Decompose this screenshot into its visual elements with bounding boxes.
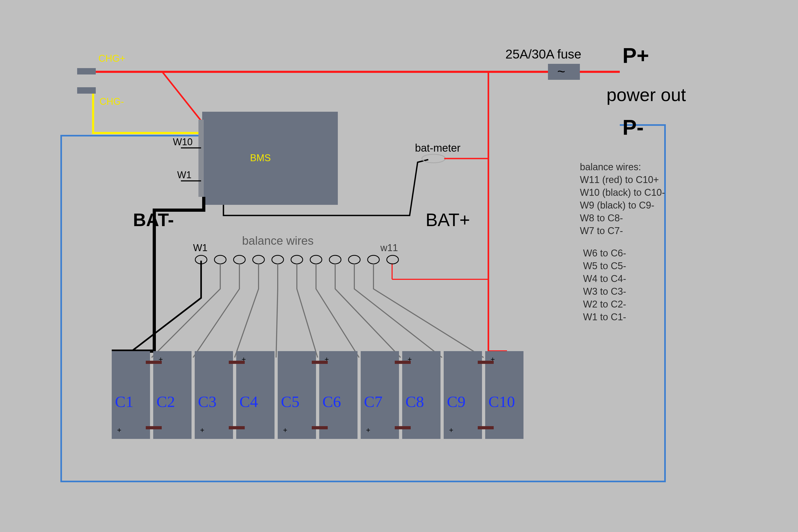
- cell-tab-top: [229, 361, 245, 364]
- label-w10: W10: [173, 136, 193, 147]
- bms-header: [198, 120, 204, 197]
- label-p-pos: P+: [623, 44, 649, 67]
- cell-plus-bot: +: [117, 426, 121, 434]
- legend-line: W3 to C3-: [583, 286, 626, 297]
- legend-line: W4 to C4-: [583, 273, 626, 284]
- cell-label: C7: [364, 393, 382, 411]
- label-bms: BMS: [250, 152, 271, 163]
- cell-tab-top: [395, 361, 411, 364]
- legend-line: W11 (red) to C10+: [580, 174, 659, 185]
- cell-label: C10: [488, 393, 515, 411]
- cell-plus-bot: +: [366, 426, 370, 434]
- cell-plus-bot: +: [449, 426, 453, 434]
- cell-tab-top: [478, 361, 494, 364]
- legend-line: W10 (black) to C10-: [580, 187, 665, 198]
- cell-tab-bot: [229, 426, 245, 429]
- cell-tab-top: [312, 361, 328, 364]
- chg-neg-port: [77, 87, 96, 94]
- legend-line: W6 to C6-: [583, 248, 626, 259]
- cell-tab-bot: [312, 426, 328, 429]
- label-w1b: W1: [193, 242, 208, 253]
- cell-label: C4: [240, 393, 258, 411]
- legend-line: W1 to C1-: [583, 311, 626, 322]
- cell-plus-bot: +: [283, 426, 287, 434]
- label-bat-neg: BAT-: [133, 210, 174, 230]
- label-fuse: 25A/30A fuse: [506, 47, 582, 61]
- legend-title: balance wires:: [580, 162, 641, 172]
- cell-plus-bot: +: [200, 426, 204, 434]
- cell-tab-bot: [146, 426, 162, 429]
- cell-tab-top: [146, 361, 162, 364]
- label-w1: W1: [177, 169, 191, 180]
- cell-label: C1: [115, 393, 134, 411]
- legend-line: W5 to C5-: [583, 261, 626, 271]
- cell-tab-bot: [395, 426, 411, 429]
- label-w11: w11: [380, 242, 398, 253]
- cell-label: C5: [281, 393, 300, 411]
- cell-label: C9: [447, 393, 466, 411]
- label-balance-wires: balance wires: [242, 234, 314, 247]
- legend-line: W9 (black) to C9-: [580, 200, 654, 211]
- cell-label: C2: [156, 393, 175, 411]
- label-chg-pos: CHG+: [98, 53, 125, 64]
- label-bat-meter: bat-meter: [415, 142, 460, 154]
- label-chg-neg: CHG-: [99, 96, 124, 107]
- label-bat-pos: BAT+: [425, 210, 470, 230]
- legend-line: W7 to C7-: [580, 225, 623, 236]
- legend-line: W2 to C2-: [583, 299, 626, 310]
- cell-tab-bot: [478, 426, 494, 429]
- label-p-neg: P-: [623, 115, 644, 139]
- fuse-tilde: ~: [557, 63, 565, 79]
- chg-pos-port: [77, 68, 96, 75]
- label-power-out: power out: [607, 84, 686, 105]
- legend-line: W8 to C8-: [580, 212, 623, 224]
- canvas-bg: [0, 0, 798, 532]
- cell-label: C8: [405, 393, 424, 411]
- cell-label: C3: [198, 393, 216, 411]
- cell-label: C6: [322, 393, 341, 411]
